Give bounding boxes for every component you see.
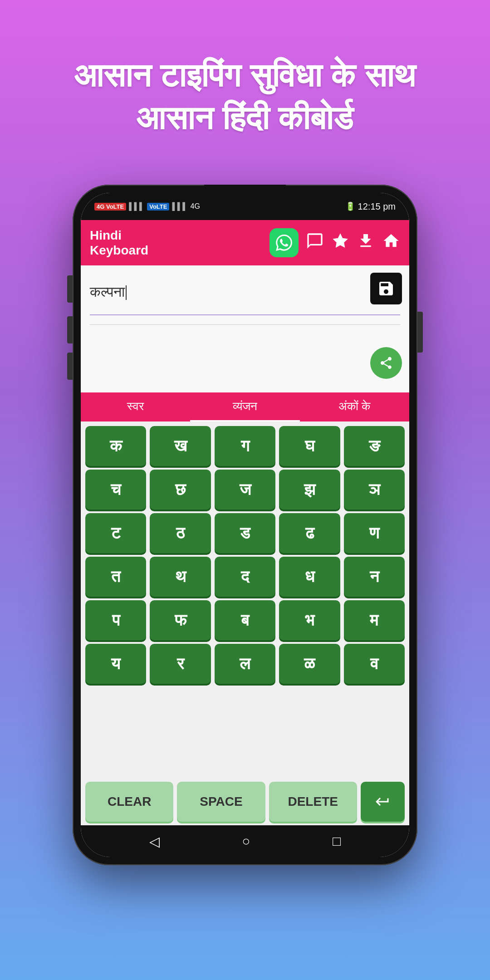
key-ta[interactable]: ट: [85, 513, 146, 553]
key-lla[interactable]: ळ: [279, 644, 340, 684]
tab-swar[interactable]: स्वर: [81, 392, 190, 421]
key-tha2[interactable]: थ: [150, 557, 211, 597]
share-button[interactable]: [370, 347, 402, 379]
phone-mockup: 4G VoLTE ▌▌▌ VoLTE ▌▌▌ 4G 🔋 12:15 pm Hin…: [0, 167, 490, 865]
key-row-6: य र ल ळ व: [85, 644, 405, 684]
key-cha[interactable]: च: [85, 470, 146, 510]
key-pha[interactable]: फ: [150, 600, 211, 640]
network-type: 4G: [190, 202, 200, 211]
heading-line1: आसान टाइपिंग सुविधा के साथ: [74, 57, 415, 93]
key-row-1: क ख ग घ ङ: [85, 426, 405, 466]
key-ga[interactable]: ग: [215, 426, 275, 466]
key-na[interactable]: ण: [344, 513, 405, 553]
phone-outer-shell: 4G VoLTE ▌▌▌ VoLTE ▌▌▌ 4G 🔋 12:15 pm Hin…: [73, 185, 417, 865]
message-button[interactable]: [306, 232, 324, 254]
space-button[interactable]: SPACE: [177, 782, 265, 822]
save-button[interactable]: [370, 273, 402, 304]
delete-button[interactable]: DELETE: [269, 782, 357, 822]
key-ka[interactable]: क: [85, 426, 146, 466]
key-nga[interactable]: ङ: [344, 426, 405, 466]
keyboard-area: क ख ग घ ङ च छ ज झ ञ ट ठ ड: [81, 421, 409, 778]
key-row-3: ट ठ ड ढ ण: [85, 513, 405, 553]
key-dha2[interactable]: ध: [279, 557, 340, 597]
key-chha[interactable]: छ: [150, 470, 211, 510]
whatsapp-button[interactable]: [270, 228, 299, 257]
tab-ank[interactable]: अंकों के: [300, 392, 409, 421]
carrier2-badge: VoLTE: [147, 203, 169, 211]
key-va[interactable]: व: [344, 644, 405, 684]
key-ma[interactable]: म: [344, 600, 405, 640]
key-jha[interactable]: झ: [279, 470, 340, 510]
star-button[interactable]: [331, 232, 349, 254]
home-button[interactable]: [382, 232, 400, 254]
app-toolbar: Hindi Keyboard: [81, 220, 409, 265]
download-button[interactable]: [357, 232, 375, 254]
app-title: Hindi Keyboard: [90, 228, 262, 258]
keyboard-tabs: स्वर व्यंजन अंकों के: [81, 392, 409, 421]
key-row-4: त थ द ध न: [85, 557, 405, 597]
key-da[interactable]: ड: [215, 513, 275, 553]
time-display: 12:15 pm: [358, 201, 396, 212]
key-ra[interactable]: र: [150, 644, 211, 684]
key-bha[interactable]: भ: [279, 600, 340, 640]
signal-bars: ▌▌▌: [129, 202, 144, 211]
key-nya[interactable]: ञ: [344, 470, 405, 510]
key-tha[interactable]: ठ: [150, 513, 211, 553]
app-title-line1: Hindi: [90, 228, 262, 243]
key-kha[interactable]: ख: [150, 426, 211, 466]
tab-vyanjan[interactable]: व्यंजन: [190, 392, 299, 421]
key-row-2: च छ ज झ ञ: [85, 470, 405, 510]
key-gha[interactable]: घ: [279, 426, 340, 466]
enter-button[interactable]: [361, 782, 405, 822]
heading-line2: आसान हिंदी कीबोर्ड: [137, 100, 353, 136]
recents-nav-button[interactable]: □: [333, 833, 341, 849]
app-title-line2: Keyboard: [90, 243, 262, 258]
key-ja[interactable]: ज: [215, 470, 275, 510]
key-row-5: प फ ब भ म: [85, 600, 405, 640]
key-ta2[interactable]: त: [85, 557, 146, 597]
battery-icon: 🔋: [345, 201, 355, 211]
status-left: 4G VoLTE ▌▌▌ VoLTE ▌▌▌ 4G: [94, 202, 200, 211]
signal-bars2: ▌▌▌: [172, 202, 187, 211]
back-nav-button[interactable]: ◁: [149, 833, 160, 849]
key-da2[interactable]: द: [215, 557, 275, 597]
status-bar: 4G VoLTE ▌▌▌ VoLTE ▌▌▌ 4G 🔋 12:15 pm: [81, 193, 409, 220]
key-la[interactable]: ल: [215, 644, 275, 684]
text-area-divider: [90, 324, 400, 325]
phone-screen: 4G VoLTE ▌▌▌ VoLTE ▌▌▌ 4G 🔋 12:15 pm Hin…: [81, 193, 409, 857]
key-dha[interactable]: ढ: [279, 513, 340, 553]
key-ba[interactable]: ब: [215, 600, 275, 640]
key-pa[interactable]: प: [85, 600, 146, 640]
key-na2[interactable]: न: [344, 557, 405, 597]
action-row: CLEAR SPACE DELETE: [81, 778, 409, 825]
app-heading: आसान टाइपिंग सुविधा के साथ आसान हिंदी की…: [0, 0, 490, 167]
carrier1-badge: 4G VoLTE: [94, 203, 126, 211]
text-input[interactable]: कल्पना: [90, 279, 400, 315]
nav-bar: ◁ ○ □: [81, 825, 409, 857]
home-nav-button[interactable]: ○: [242, 833, 250, 849]
typed-text: कल्पना: [90, 284, 125, 300]
notch: [204, 193, 286, 203]
text-area-container: कल्पना: [81, 265, 409, 392]
clear-button[interactable]: CLEAR: [85, 782, 173, 822]
key-ya[interactable]: य: [85, 644, 146, 684]
status-right: 🔋 12:15 pm: [345, 201, 396, 212]
